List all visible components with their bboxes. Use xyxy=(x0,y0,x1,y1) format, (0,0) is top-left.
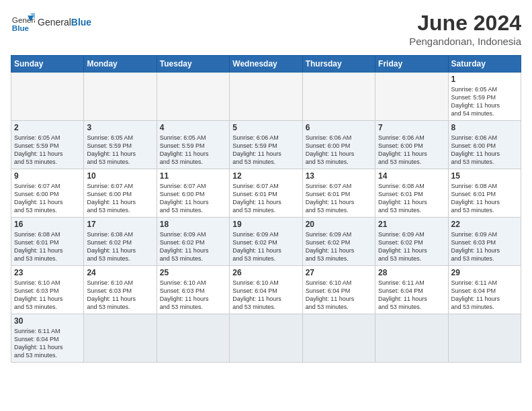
cell-info: Sunrise: 6:08 AM Sunset: 6:01 PM Dayligh… xyxy=(451,182,518,215)
cell-info: Sunrise: 6:05 AM Sunset: 5:59 PM Dayligh… xyxy=(87,134,153,167)
cell-info: Sunrise: 6:05 AM Sunset: 5:59 PM Dayligh… xyxy=(451,85,518,118)
day-number: 20 xyxy=(306,220,372,229)
calendar-week-row: 2Sunrise: 6:05 AM Sunset: 5:59 PM Daylig… xyxy=(11,121,521,169)
calendar-cell: 15Sunrise: 6:08 AM Sunset: 6:01 PM Dayli… xyxy=(448,169,521,218)
cell-info: Sunrise: 6:07 AM Sunset: 6:01 PM Dayligh… xyxy=(306,182,372,215)
calendar-cell: 23Sunrise: 6:10 AM Sunset: 6:03 PM Dayli… xyxy=(11,266,84,314)
cell-info: Sunrise: 6:11 AM Sunset: 6:04 PM Dayligh… xyxy=(14,327,81,360)
calendar-cell: 7Sunrise: 6:06 AM Sunset: 6:00 PM Daylig… xyxy=(375,121,448,169)
calendar-cell xyxy=(157,314,229,363)
cell-info: Sunrise: 6:10 AM Sunset: 6:04 PM Dayligh… xyxy=(306,279,372,312)
cell-info: Sunrise: 6:06 AM Sunset: 6:00 PM Dayligh… xyxy=(378,134,445,167)
cell-info: Sunrise: 6:05 AM Sunset: 5:59 PM Dayligh… xyxy=(14,134,81,167)
calendar-table: SundayMondayTuesdayWednesdayThursdayFrid… xyxy=(11,55,521,363)
calendar-header-row: SundayMondayTuesdayWednesdayThursdayFrid… xyxy=(11,56,521,73)
calendar-cell: 1Sunrise: 6:05 AM Sunset: 5:59 PM Daylig… xyxy=(448,73,521,121)
logo-icon: General Blue xyxy=(11,11,35,35)
day-number: 9 xyxy=(14,171,81,181)
cell-info: Sunrise: 6:07 AM Sunset: 6:00 PM Dayligh… xyxy=(87,182,153,215)
cell-info: Sunrise: 6:07 AM Sunset: 6:00 PM Dayligh… xyxy=(160,182,226,215)
calendar-cell xyxy=(448,314,521,363)
weekday-header: Thursday xyxy=(302,56,375,73)
calendar-cell: 24Sunrise: 6:10 AM Sunset: 6:03 PM Dayli… xyxy=(84,266,157,314)
calendar-cell: 27Sunrise: 6:10 AM Sunset: 6:04 PM Dayli… xyxy=(302,266,375,314)
cell-info: Sunrise: 6:10 AM Sunset: 6:04 PM Dayligh… xyxy=(232,279,299,312)
day-number: 13 xyxy=(306,171,372,181)
day-number: 19 xyxy=(232,220,299,229)
cell-info: Sunrise: 6:08 AM Sunset: 6:02 PM Dayligh… xyxy=(87,230,153,263)
title-block: June 2024 Pengandonan, Indonesia xyxy=(409,11,521,47)
day-number: 3 xyxy=(87,123,153,132)
calendar-cell xyxy=(84,314,157,363)
day-number: 6 xyxy=(306,123,372,132)
cell-info: Sunrise: 6:10 AM Sunset: 6:03 PM Dayligh… xyxy=(14,279,81,312)
weekday-header: Sunday xyxy=(11,56,84,73)
calendar-cell: 20Sunrise: 6:09 AM Sunset: 6:02 PM Dayli… xyxy=(302,218,375,266)
page: General Blue GeneralBlue June 2024 Penga… xyxy=(0,0,532,368)
day-number: 14 xyxy=(378,171,445,181)
cell-info: Sunrise: 6:10 AM Sunset: 6:03 PM Dayligh… xyxy=(160,279,226,312)
logo-text-general: General xyxy=(38,17,71,28)
day-number: 11 xyxy=(160,171,226,181)
cell-info: Sunrise: 6:06 AM Sunset: 6:00 PM Dayligh… xyxy=(451,134,518,167)
day-number: 7 xyxy=(378,123,445,132)
cell-info: Sunrise: 6:07 AM Sunset: 6:01 PM Dayligh… xyxy=(232,182,299,215)
calendar-week-row: 30Sunrise: 6:11 AM Sunset: 6:04 PM Dayli… xyxy=(11,314,521,363)
cell-info: Sunrise: 6:08 AM Sunset: 6:01 PM Dayligh… xyxy=(378,182,445,215)
cell-info: Sunrise: 6:09 AM Sunset: 6:02 PM Dayligh… xyxy=(306,230,372,263)
logo: General Blue GeneralBlue xyxy=(11,11,91,35)
day-number: 12 xyxy=(232,171,299,181)
day-number: 25 xyxy=(160,268,226,277)
calendar-cell xyxy=(302,314,375,363)
cell-info: Sunrise: 6:06 AM Sunset: 5:59 PM Dayligh… xyxy=(232,134,299,167)
calendar-cell xyxy=(375,314,448,363)
cell-info: Sunrise: 6:09 AM Sunset: 6:02 PM Dayligh… xyxy=(378,230,445,263)
weekday-header: Wednesday xyxy=(230,56,302,73)
location: Pengandonan, Indonesia xyxy=(409,36,521,47)
day-number: 17 xyxy=(87,220,153,229)
calendar-cell: 6Sunrise: 6:06 AM Sunset: 6:00 PM Daylig… xyxy=(302,121,375,169)
month-title: June 2024 xyxy=(409,11,521,36)
cell-info: Sunrise: 6:08 AM Sunset: 6:01 PM Dayligh… xyxy=(14,230,81,263)
day-number: 16 xyxy=(14,220,81,229)
calendar-cell: 16Sunrise: 6:08 AM Sunset: 6:01 PM Dayli… xyxy=(11,218,84,266)
calendar-cell xyxy=(157,73,229,121)
calendar-cell: 29Sunrise: 6:11 AM Sunset: 6:04 PM Dayli… xyxy=(448,266,521,314)
calendar-cell: 28Sunrise: 6:11 AM Sunset: 6:04 PM Dayli… xyxy=(375,266,448,314)
day-number: 1 xyxy=(451,75,518,84)
calendar-cell: 10Sunrise: 6:07 AM Sunset: 6:00 PM Dayli… xyxy=(84,169,157,218)
day-number: 24 xyxy=(87,268,153,277)
calendar-cell: 11Sunrise: 6:07 AM Sunset: 6:00 PM Dayli… xyxy=(157,169,229,218)
day-number: 10 xyxy=(87,171,153,181)
calendar-week-row: 1Sunrise: 6:05 AM Sunset: 5:59 PM Daylig… xyxy=(11,73,521,121)
calendar-week-row: 23Sunrise: 6:10 AM Sunset: 6:03 PM Dayli… xyxy=(11,266,521,314)
calendar-cell xyxy=(375,73,448,121)
cell-info: Sunrise: 6:06 AM Sunset: 6:00 PM Dayligh… xyxy=(306,134,372,167)
logo-text-blue: Blue xyxy=(71,17,91,28)
calendar-cell: 19Sunrise: 6:09 AM Sunset: 6:02 PM Dayli… xyxy=(230,218,302,266)
calendar-cell: 13Sunrise: 6:07 AM Sunset: 6:01 PM Dayli… xyxy=(302,169,375,218)
header: General Blue GeneralBlue June 2024 Penga… xyxy=(11,11,521,47)
day-number: 8 xyxy=(451,123,518,132)
day-number: 4 xyxy=(160,123,226,132)
calendar-week-row: 16Sunrise: 6:08 AM Sunset: 6:01 PM Dayli… xyxy=(11,218,521,266)
day-number: 18 xyxy=(160,220,226,229)
calendar-cell: 25Sunrise: 6:10 AM Sunset: 6:03 PM Dayli… xyxy=(157,266,229,314)
calendar-cell xyxy=(302,73,375,121)
cell-info: Sunrise: 6:09 AM Sunset: 6:02 PM Dayligh… xyxy=(232,230,299,263)
calendar-cell: 2Sunrise: 6:05 AM Sunset: 5:59 PM Daylig… xyxy=(11,121,84,169)
calendar-cell xyxy=(230,73,302,121)
day-number: 29 xyxy=(451,268,518,277)
calendar-cell: 8Sunrise: 6:06 AM Sunset: 6:00 PM Daylig… xyxy=(448,121,521,169)
cell-info: Sunrise: 6:11 AM Sunset: 6:04 PM Dayligh… xyxy=(378,279,445,312)
cell-info: Sunrise: 6:05 AM Sunset: 5:59 PM Dayligh… xyxy=(160,134,226,167)
calendar-cell: 14Sunrise: 6:08 AM Sunset: 6:01 PM Dayli… xyxy=(375,169,448,218)
day-number: 2 xyxy=(14,123,81,132)
calendar-cell: 17Sunrise: 6:08 AM Sunset: 6:02 PM Dayli… xyxy=(84,218,157,266)
calendar-cell: 5Sunrise: 6:06 AM Sunset: 5:59 PM Daylig… xyxy=(230,121,302,169)
weekday-header: Tuesday xyxy=(157,56,229,73)
calendar-week-row: 9Sunrise: 6:07 AM Sunset: 6:00 PM Daylig… xyxy=(11,169,521,218)
calendar-cell: 30Sunrise: 6:11 AM Sunset: 6:04 PM Dayli… xyxy=(11,314,84,363)
calendar-cell: 22Sunrise: 6:09 AM Sunset: 6:03 PM Dayli… xyxy=(448,218,521,266)
day-number: 22 xyxy=(451,220,518,229)
